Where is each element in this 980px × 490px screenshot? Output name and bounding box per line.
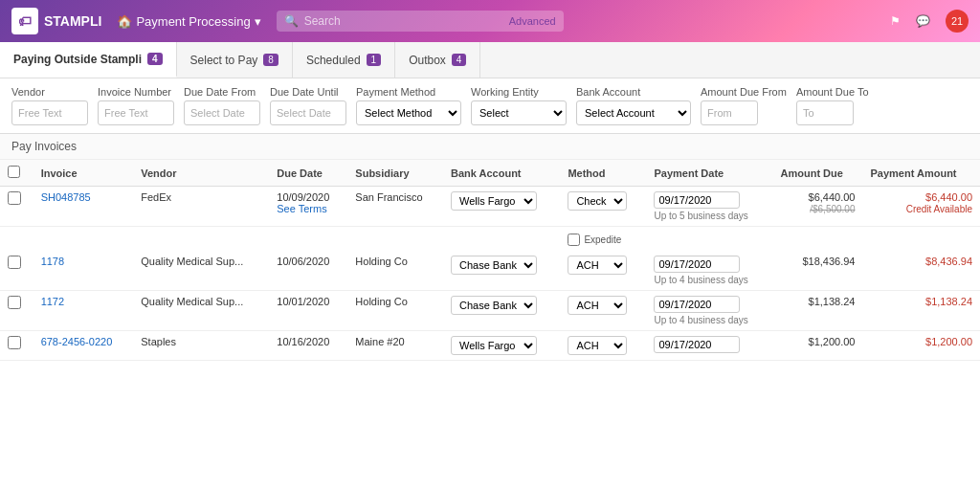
row-2-payment-amount: $8,436.94 [862, 251, 980, 291]
expedite-checkbox[interactable] [568, 234, 580, 246]
row-2-bank-select[interactable]: Chase Bank Wells Fargo [451, 256, 537, 275]
row-2-payment-date[interactable]: Up to 4 business days [646, 251, 772, 291]
col-method: Method [560, 160, 646, 187]
method-select[interactable]: Select Method Check ACH [356, 100, 461, 125]
row-4-subsidiary: Maine #20 [347, 331, 443, 361]
chevron-down-icon: ▾ [255, 14, 261, 29]
row-3-method-select[interactable]: ACH Check [568, 296, 627, 315]
search-bar[interactable]: 🔍 Advanced [277, 11, 564, 32]
row-4-payment-date[interactable] [646, 331, 772, 361]
row-3-date-input[interactable] [654, 296, 740, 313]
row-4-date-input[interactable] [654, 336, 740, 353]
col-bank-account: Bank Account [443, 160, 560, 187]
row-2-vendor: Quality Medical Sup... [133, 251, 269, 291]
row-1-see-terms[interactable]: See Terms [277, 203, 326, 214]
row-4-method[interactable]: ACH Check [560, 331, 646, 361]
col-subsidiary: Subsidiary [347, 160, 443, 187]
filter-row: Vendor Invoice Number Due Date From Due … [0, 78, 980, 134]
amount-from-filter-group: Amount Due From [701, 86, 787, 125]
row-1-bank-select[interactable]: Wells Fargo Chase Bank [451, 191, 537, 211]
tab-paying-outside-label: Paying Outside Stampli [13, 53, 142, 66]
tab-bar: Paying Outside Stampli 4 Select to Pay 8… [0, 42, 980, 78]
row-2-business-days: Up to 4 business days [654, 275, 765, 285]
row-1-pay-amount-value: $6,440.00 [925, 191, 972, 203]
logo-icon: 🏷 [11, 8, 38, 34]
row-4-method-select[interactable]: ACH Check [568, 336, 627, 355]
app-logo[interactable]: 🏷 STAMPLI [11, 8, 101, 34]
bank-account-filter-group: Bank Account Select Account [576, 86, 691, 125]
user-avatar[interactable]: 21 [946, 10, 969, 33]
row-4-bank-account[interactable]: Wells Fargo Chase Bank [443, 331, 560, 361]
working-entity-select[interactable]: Select [471, 100, 567, 125]
top-nav: 🏷 STAMPLI 🏠 Payment Processing ▾ 🔍 Advan… [0, 0, 980, 42]
row-1-invoice-link[interactable]: SH048785 [41, 191, 91, 203]
row-1-payment-amount: $6,440.00 Credit Available [862, 187, 980, 227]
invoice-input[interactable] [98, 100, 174, 125]
tab-scheduled-badge: 1 [367, 54, 382, 66]
tab-paying-outside[interactable]: Paying Outside Stampli 4 [0, 42, 177, 78]
row-3-bank-account[interactable]: Chase Bank Wells Fargo [443, 291, 560, 331]
col-checkbox [0, 160, 33, 187]
vendor-filter-group: Vendor [11, 86, 88, 125]
row-2-bank-account[interactable]: Chase Bank Wells Fargo [443, 251, 560, 291]
row-2-date-input[interactable] [654, 256, 740, 273]
row-1-bank-account[interactable]: Wells Fargo Chase Bank [443, 187, 560, 227]
tab-scheduled-label: Scheduled [306, 54, 361, 67]
row-1-payment-date[interactable]: Up to 5 business days [646, 187, 772, 227]
tab-select-to-pay[interactable]: Select to Pay 8 [177, 42, 293, 78]
tab-scheduled[interactable]: Scheduled 1 [293, 42, 395, 78]
row-2-method-select[interactable]: ACH Check [568, 256, 627, 275]
row-1-checkbox[interactable] [8, 191, 21, 205]
expedite-row: Expedite [568, 234, 972, 246]
search-input[interactable] [304, 14, 503, 28]
row-3-method[interactable]: ACH Check [560, 291, 646, 331]
tab-outbox[interactable]: Outbox 4 [395, 42, 480, 78]
amount-to-label: Amount Due To [796, 86, 869, 98]
invoice-table-container: Invoice Vendor Due Date Subsidiary Bank … [0, 160, 980, 490]
due-until-input[interactable] [270, 100, 346, 125]
row-2-method[interactable]: ACH Check [560, 251, 646, 291]
row-3-subsidiary: Holding Co [347, 291, 443, 331]
logo-text: STAMPLI [44, 13, 101, 29]
row-1-method[interactable]: Check ACH [560, 187, 646, 227]
chat-icon[interactable]: 💬 [916, 14, 930, 28]
row-3-checkbox[interactable] [8, 296, 21, 309]
nav-payment-processing[interactable]: 🏠 Payment Processing ▾ [117, 14, 260, 29]
tab-paying-outside-badge: 4 [147, 53, 163, 65]
tab-outbox-badge: 4 [452, 54, 467, 66]
amount-from-label: Amount Due From [701, 86, 787, 98]
table-row: SH048785 FedEx 10/09/2020See Terms San F… [0, 187, 980, 227]
row-3-invoice-link[interactable]: 1172 [41, 296, 64, 307]
row-1-date-input[interactable] [654, 191, 740, 209]
row-3-vendor: Quality Medical Sup... [133, 291, 269, 331]
select-all-checkbox[interactable] [8, 166, 20, 178]
row-4-vendor: Staples [133, 331, 269, 361]
row-3-amount-due: $1,138.24 [773, 291, 863, 331]
row-2-due-date: 10/06/2020 [269, 251, 347, 291]
col-amount-due: Amount Due [773, 160, 863, 187]
due-from-input[interactable] [184, 100, 260, 125]
row-3-bank-select[interactable]: Chase Bank Wells Fargo [451, 296, 537, 315]
due-until-label: Due Date Until [270, 86, 346, 98]
col-invoice: Invoice [33, 160, 134, 187]
home-icon: 🏠 [117, 14, 132, 29]
row-1-amount-due: $6,440.00/$6,500.00 [773, 187, 863, 227]
row-1-credit-available[interactable]: Credit Available [906, 204, 972, 214]
col-payment-amount: Payment Amount [862, 160, 980, 187]
flag-icon[interactable]: ⚑ [890, 14, 901, 28]
amount-from-input[interactable] [701, 100, 758, 125]
row-2-invoice-link[interactable]: 1178 [41, 256, 64, 267]
advanced-link[interactable]: Advanced [509, 15, 556, 27]
row-2-checkbox[interactable] [8, 256, 21, 269]
row-4-checkbox[interactable] [8, 336, 21, 349]
row-1-method-select[interactable]: Check ACH [568, 191, 627, 211]
nav-right: ⚑ 💬 21 [890, 10, 969, 33]
due-until-filter-group: Due Date Until [270, 86, 346, 125]
row-4-bank-select[interactable]: Wells Fargo Chase Bank [451, 336, 537, 355]
bank-account-select[interactable]: Select Account [576, 100, 691, 125]
amount-to-input[interactable] [796, 100, 854, 125]
vendor-input[interactable] [11, 100, 88, 125]
row-4-invoice-link[interactable]: 678-2456-0220 [41, 336, 113, 347]
row-3-payment-date[interactable]: Up to 4 business days [646, 291, 772, 331]
row-3-business-days: Up to 4 business days [654, 315, 765, 325]
